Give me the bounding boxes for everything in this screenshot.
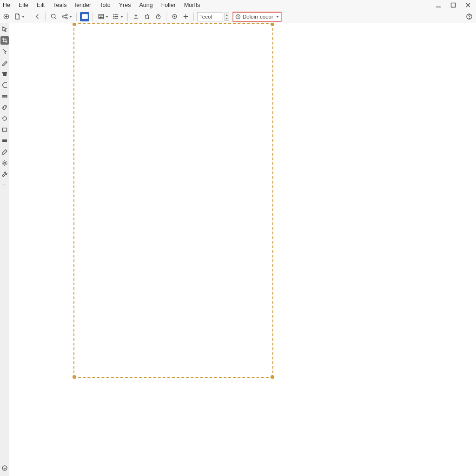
window-controls (435, 2, 474, 8)
image-tool-button[interactable] (80, 12, 89, 21)
svg-rect-14 (99, 14, 103, 19)
spinner-down-button[interactable]: ▼ (225, 17, 229, 21)
svg-point-34 (469, 18, 469, 19)
table-button[interactable] (96, 12, 106, 21)
tool-rotate[interactable] (0, 114, 9, 123)
tool-wrench[interactable] (0, 170, 9, 178)
toolbar-separator (193, 13, 194, 21)
svg-point-22 (113, 14, 114, 15)
menu-bar: He Eile Eilt Teals lender Toto Yres Aung… (0, 0, 476, 10)
tool-panel[interactable] (0, 137, 9, 145)
clock-icon (235, 14, 241, 20)
menu-item-aung[interactable]: Aung (135, 1, 157, 9)
color-combo-box[interactable]: Doloirr cooor (233, 12, 281, 21)
menu-item-edit[interactable]: Eilt (33, 1, 49, 9)
menu-item-lender[interactable]: lender (71, 1, 95, 9)
menu-item-tools[interactable]: Teals (49, 1, 71, 9)
page-button[interactable] (13, 12, 22, 21)
svg-rect-36 (2, 128, 7, 132)
tool-brush[interactable] (0, 70, 9, 78)
toolbar-separator (45, 13, 46, 21)
svg-rect-1 (451, 3, 456, 7)
toolbox-more-icon[interactable]: ·· (3, 182, 7, 187)
tool-crop[interactable] (0, 36, 9, 45)
upload-button[interactable] (131, 12, 140, 21)
trash-button[interactable] (142, 12, 152, 21)
text-value-input[interactable] (197, 12, 223, 21)
svg-line-10 (64, 15, 66, 16)
spinner-controls[interactable]: ▲ ▼ (225, 13, 229, 21)
svg-point-39 (2, 466, 7, 470)
selection-handle-bottom-right[interactable] (271, 375, 274, 379)
share-button[interactable] (60, 12, 69, 21)
tool-link[interactable] (0, 103, 9, 112)
svg-point-38 (4, 162, 6, 164)
timer-button[interactable] (153, 12, 163, 21)
dropdown-caret-icon (106, 16, 108, 18)
dropdown-caret-icon (69, 16, 72, 18)
svg-line-6 (54, 18, 56, 19)
svg-point-5 (51, 14, 55, 18)
menu-item-he[interactable]: He (2, 1, 14, 9)
selection-rectangle[interactable] (73, 23, 273, 378)
tool-measure[interactable] (0, 81, 9, 89)
spinner-up-button[interactable]: ▲ (225, 13, 229, 17)
main-toolbar: ▲ ▼ Doloirr cooor (0, 10, 476, 23)
tool-pen[interactable] (0, 59, 9, 67)
toolbar-separator (76, 13, 77, 21)
list-button[interactable] (111, 12, 120, 21)
color-combo-label: Doloirr cooor (243, 14, 273, 20)
dropdown-caret-icon (120, 16, 123, 18)
dropdown-caret-icon (276, 16, 279, 18)
menu-item-foller[interactable]: Foller (157, 1, 180, 9)
svg-point-23 (113, 16, 114, 17)
svg-line-11 (64, 17, 66, 18)
tool-ruler[interactable] (0, 92, 9, 100)
help-button[interactable] (464, 12, 474, 21)
tool-rect[interactable] (0, 126, 9, 134)
tool-expand[interactable] (0, 464, 9, 472)
tool-eyedrop[interactable] (0, 148, 9, 156)
toolbar-separator (166, 13, 166, 21)
toolbar-separator (29, 13, 29, 21)
tool-select[interactable] (0, 25, 9, 33)
window-maximize-button[interactable] (450, 2, 456, 8)
toolbar-separator (127, 13, 128, 21)
target-button[interactable] (170, 12, 179, 21)
svg-rect-37 (2, 139, 7, 142)
menu-item-yres[interactable]: Yres (115, 1, 135, 9)
dropdown-caret-icon (22, 16, 25, 18)
zoom-button[interactable] (49, 12, 58, 21)
menu-item-file[interactable]: Eile (14, 1, 33, 9)
selection-handle-bottom-left[interactable] (73, 375, 76, 379)
menu-item-toto[interactable]: Toto (95, 1, 115, 9)
svg-point-29 (174, 16, 175, 17)
svg-point-24 (113, 18, 114, 19)
canvas-area[interactable] (9, 23, 476, 476)
toolbar-separator (93, 13, 93, 21)
tool-gear[interactable] (0, 159, 9, 167)
window-close-button[interactable] (465, 2, 471, 8)
left-toolbox: ·· (0, 23, 9, 476)
back-button[interactable] (33, 12, 42, 21)
menu-item-morffs[interactable]: Morffs (180, 1, 205, 9)
selection-handle-top-right[interactable] (271, 23, 274, 26)
new-document-button[interactable] (1, 12, 11, 21)
work-area: ·· (0, 23, 476, 476)
tool-pointer[interactable] (0, 47, 9, 56)
add-button[interactable] (181, 12, 190, 21)
svg-point-7 (62, 16, 64, 17)
window-minimize-button[interactable] (435, 2, 442, 8)
selection-handle-top-left[interactable] (73, 23, 76, 26)
